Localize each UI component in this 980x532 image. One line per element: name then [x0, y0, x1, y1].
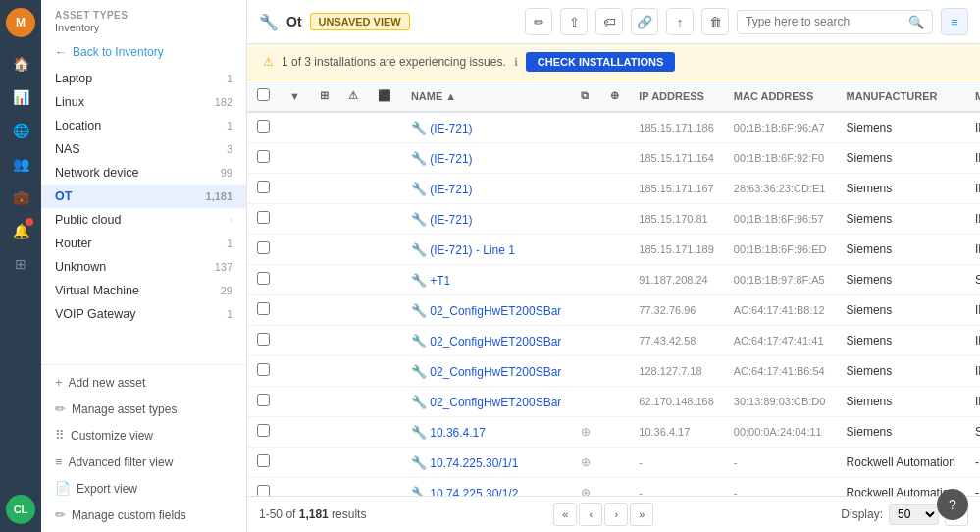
- sidebar-item-location[interactable]: Location 1: [41, 114, 246, 137]
- row-name[interactable]: (IE-721): [430, 183, 472, 196]
- search-input[interactable]: [746, 15, 903, 28]
- row-ip: 185.15.171.167: [629, 174, 723, 204]
- row-checkbox[interactable]: [257, 181, 270, 193]
- rail-briefcase-icon[interactable]: 💼: [6, 183, 35, 212]
- row-name[interactable]: (IE-721): [430, 213, 472, 227]
- sidebar-item-router[interactable]: Router 1: [41, 232, 246, 255]
- topology-icon[interactable]: ⊕: [581, 425, 591, 439]
- col-header-extra5[interactable]: ⧉: [571, 80, 600, 112]
- row-device-icon: 🔧: [411, 273, 427, 288]
- link-button[interactable]: 🔗: [631, 8, 658, 35]
- col-header-ip[interactable]: IP ADDRESS: [629, 80, 723, 112]
- row-checkbox[interactable]: [257, 272, 270, 285]
- row-ip: 77.43.42.58: [629, 326, 723, 356]
- trash-button[interactable]: 🗑: [701, 8, 729, 35]
- edit-button[interactable]: ✏: [525, 8, 552, 35]
- sidebar-item-public-cloud[interactable]: Public cloud ›: [41, 208, 246, 232]
- row-checkbox[interactable]: [257, 485, 270, 496]
- row-checkbox[interactable]: [257, 150, 270, 163]
- ot-type-icon: 🔧: [259, 13, 279, 31]
- rail-globe-icon[interactable]: 🌐: [6, 116, 35, 145]
- col-header-model[interactable]: MODEL: [965, 80, 980, 112]
- row-name[interactable]: 10.74.225.30/1/1: [430, 456, 518, 470]
- row-name[interactable]: (IE-721): [430, 122, 472, 135]
- back-to-inventory-link[interactable]: ← Back to Inventory: [41, 37, 246, 67]
- col-header-mac[interactable]: MAC ADDRESS: [724, 80, 837, 112]
- row-checkbox[interactable]: [257, 394, 270, 406]
- col-header-extra3[interactable]: ⚠: [338, 80, 368, 112]
- sidebar-header: ASSET TYPES Inventory: [41, 0, 246, 37]
- row-ip: 185.15.171.186: [629, 112, 723, 143]
- row-name[interactable]: 02_ConfigHwET200SBar: [430, 396, 561, 409]
- rail-bell-icon[interactable]: 🔔: [6, 216, 35, 245]
- prev-page-button[interactable]: ‹: [579, 503, 602, 526]
- sidebar-item-laptop[interactable]: Laptop 1: [41, 67, 246, 90]
- help-button[interactable]: ?: [937, 489, 968, 520]
- col-header-extra1[interactable]: ▼: [280, 80, 310, 112]
- sidebar-action-customize-view[interactable]: ⠿ Customize view: [41, 422, 246, 449]
- rail-users-icon[interactable]: 👥: [6, 149, 35, 179]
- check-installations-button[interactable]: CHECK INSTALLATIONS: [526, 52, 676, 72]
- rail-chart-icon[interactable]: 📊: [6, 82, 35, 112]
- table-row: 🔧 (IE-721) - Line 1 185.15.171.189 00:1B…: [247, 235, 980, 265]
- row-checkbox[interactable]: [257, 120, 270, 133]
- sidebar-action-export-view[interactable]: 📄 Export view: [41, 475, 246, 502]
- topology-icon[interactable]: ⊕: [581, 486, 591, 496]
- col-header-name[interactable]: NAME ▲: [401, 80, 571, 112]
- upload-button[interactable]: ↑: [666, 8, 694, 35]
- sidebar-footer: + Add new asset✏ Manage asset types⠿ Cus…: [41, 364, 246, 532]
- sidebar-item-linux[interactable]: Linux 182: [41, 90, 246, 114]
- row-mac: 00:1B:1B:6F:96:ED: [724, 235, 837, 265]
- next-page-button[interactable]: ›: [604, 503, 628, 526]
- share-button[interactable]: ⇧: [560, 8, 588, 35]
- row-device-icon: 🔧: [411, 334, 427, 348]
- sidebar-item-nas[interactable]: NAS 3: [41, 137, 246, 161]
- first-page-button[interactable]: «: [553, 503, 577, 526]
- asset-table: ▼ ⊞ ⚠ ⬛ NAME ▲ ⧉ ⊕ IP ADDRESS MAC ADDRES…: [247, 80, 980, 496]
- user-avatar[interactable]: M: [6, 8, 35, 37]
- row-name[interactable]: 10.74.225.30/1/2: [430, 487, 518, 497]
- row-name[interactable]: 02_ConfigHwET200SBar: [430, 365, 561, 379]
- rail-home-icon[interactable]: 🏠: [6, 49, 35, 79]
- last-page-button[interactable]: »: [630, 503, 653, 526]
- row-checkbox[interactable]: [257, 424, 270, 437]
- filter-button[interactable]: ≡: [941, 8, 968, 35]
- display-count-select[interactable]: 50 100 200: [889, 504, 939, 525]
- col-header-extra2[interactable]: ⊞: [310, 80, 338, 112]
- row-name[interactable]: 02_ConfigHwET200SBar: [430, 304, 561, 318]
- search-box: 🔍: [737, 10, 933, 34]
- col-header-extra4[interactable]: ⬛: [368, 80, 401, 112]
- select-all-checkbox[interactable]: [257, 88, 270, 101]
- row-checkbox[interactable]: [257, 302, 270, 315]
- row-mac: 00:1B:1B:97:8F:A5: [724, 265, 837, 295]
- tag-button[interactable]: 🏷: [595, 8, 623, 35]
- row-checkbox[interactable]: [257, 241, 270, 254]
- topology-icon[interactable]: ⊕: [581, 455, 591, 469]
- row-checkbox[interactable]: [257, 211, 270, 224]
- row-checkbox[interactable]: [257, 454, 270, 467]
- sidebar-action-manage-asset-types[interactable]: ✏ Manage asset types: [41, 396, 246, 422]
- sidebar-item-unknown[interactable]: Unknown 137: [41, 255, 246, 279]
- sidebar-item-network-device[interactable]: Network device 99: [41, 161, 246, 185]
- row-name[interactable]: (IE-721): [430, 152, 472, 166]
- sidebar-action-advanced-filter-view[interactable]: ≡ Advanced filter view: [41, 449, 246, 475]
- sidebar-item-voip-gateway[interactable]: VOIP Gateway 1: [41, 302, 246, 326]
- alert-info-icon[interactable]: ℹ: [514, 56, 518, 69]
- sidebar-item-ot[interactable]: OT 1,181: [41, 185, 246, 208]
- rail-grid-icon[interactable]: ⊞: [6, 249, 35, 279]
- row-name[interactable]: (IE-721) - Line 1: [430, 243, 515, 257]
- col-header-extra6[interactable]: ⊕: [600, 80, 629, 112]
- row-name[interactable]: 02_ConfigHwET200SBar: [430, 335, 561, 348]
- topbar-title: Ot: [286, 14, 302, 29]
- row-ip: 128.127.7.18: [629, 356, 723, 387]
- cl-avatar[interactable]: CL: [6, 495, 35, 524]
- row-checkbox[interactable]: [257, 363, 270, 376]
- row-model: IM151-E: [965, 387, 980, 417]
- row-checkbox[interactable]: [257, 333, 270, 346]
- row-name[interactable]: +T1: [430, 274, 450, 288]
- col-header-manufacturer[interactable]: MANUFACTURER: [837, 80, 965, 112]
- sidebar-action-add-new-asset[interactable]: + Add new asset: [41, 369, 246, 396]
- sidebar-item-virtual-machine[interactable]: Virtual Machine 29: [41, 279, 246, 302]
- sidebar-action-manage-custom-fields[interactable]: ✏ Manage custom fields: [41, 502, 246, 528]
- row-name[interactable]: 10.36.4.17: [430, 426, 486, 440]
